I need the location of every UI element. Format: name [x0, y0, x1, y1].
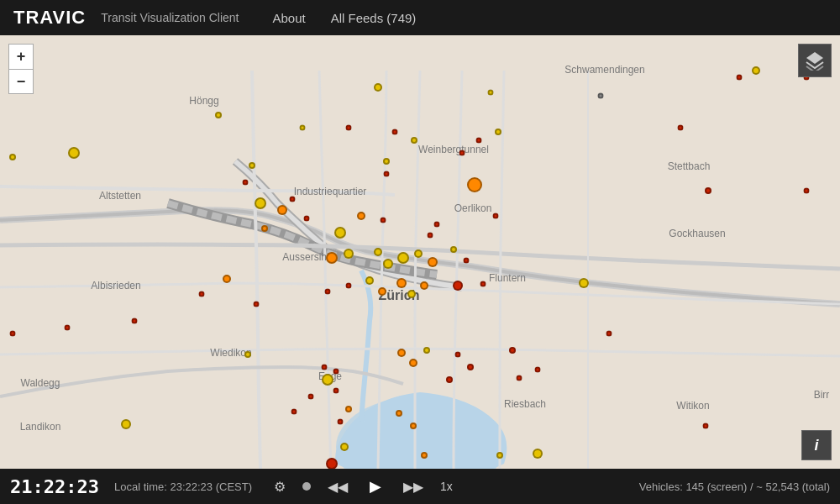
svg-text:Oerlikon: Oerlikon	[454, 202, 492, 214]
svg-text:Industriequartier: Industriequartier	[294, 186, 367, 197]
time-display: 21:22:23	[10, 476, 102, 497]
app-subtitle: Transit Visualization Client	[101, 11, 239, 24]
svg-text:Riesbach: Riesbach	[504, 398, 546, 410]
nav-all-feeds[interactable]: All Feeds (749)	[331, 11, 417, 25]
info-icon: i	[814, 437, 818, 454]
svg-text:Wiedikon: Wiedikon	[210, 347, 251, 359]
local-time: Local time: 23:22:23 (CEST)	[114, 480, 257, 493]
layers-icon	[805, 50, 825, 71]
layers-button[interactable]	[798, 44, 832, 77]
speed-label: 1x	[440, 480, 465, 493]
info-button[interactable]: i	[801, 430, 832, 460]
svg-text:Gockhausen: Gockhausen	[669, 228, 725, 239]
svg-text:Zürich: Zürich	[379, 288, 420, 302]
map-svg: Schwamendingen Weinbergtunnel Stettbach …	[0, 35, 840, 469]
svg-text:Altstetten: Altstetten	[99, 190, 141, 202]
record-button[interactable]	[302, 482, 311, 491]
svg-text:Witikon: Witikon	[676, 400, 709, 412]
forward-button[interactable]: ▶▶	[398, 477, 428, 496]
vehicles-info: Vehicles: 145 (screen) / ~ 52,543 (total…	[639, 480, 830, 493]
svg-text:Höngg: Höngg	[189, 95, 218, 107]
zoom-out-button[interactable]: −	[8, 69, 34, 94]
app-logo: TRAVIC	[13, 7, 86, 29]
settings-button[interactable]: ⚙	[269, 477, 291, 496]
svg-text:Enge: Enge	[318, 370, 342, 382]
svg-text:Albisrieden: Albisrieden	[91, 280, 140, 291]
zoom-in-button[interactable]: +	[8, 44, 34, 69]
svg-text:Birr: Birr	[814, 389, 830, 401]
svg-text:Schwamendingen: Schwamendingen	[564, 64, 644, 76]
zoom-controls: + −	[8, 44, 34, 94]
rewind-button[interactable]: ◀◀	[323, 477, 353, 496]
svg-text:Fluntern: Fluntern	[489, 272, 526, 284]
nav-about[interactable]: About	[272, 11, 305, 25]
svg-text:Weinbergtunnel: Weinbergtunnel	[418, 144, 489, 155]
header: TRAVIC Transit Visualization Client Abou…	[0, 0, 840, 35]
svg-text:Aussersihl: Aussersihl	[282, 251, 328, 263]
bottom-bar: 21:22:23 Local time: 23:22:23 (CEST) ⚙ ◀…	[0, 469, 840, 504]
map-container[interactable]: Schwamendingen Weinbergtunnel Stettbach …	[0, 35, 840, 469]
svg-text:Landikon: Landikon	[20, 421, 61, 433]
svg-text:Waldegg: Waldegg	[21, 377, 60, 389]
svg-text:Stettbach: Stettbach	[668, 160, 711, 172]
play-button[interactable]: ▶	[365, 475, 386, 497]
